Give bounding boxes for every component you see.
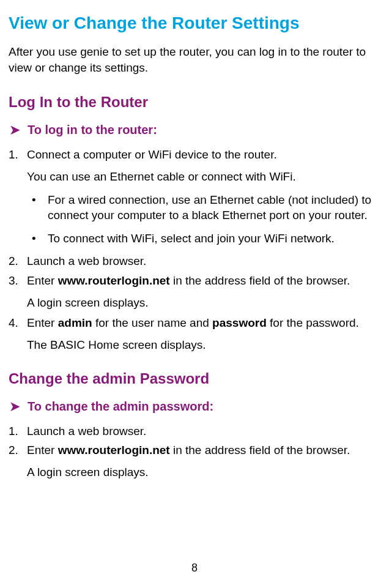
bullet-item: For a wired connection, use an Ethernet … bbox=[27, 192, 380, 223]
step-text: Connect a computer or WiFi device to the… bbox=[27, 147, 380, 163]
step-4: Enter admin for the user name and passwo… bbox=[9, 315, 380, 352]
bullet-item: To connect with WiFi, select and join yo… bbox=[27, 231, 380, 247]
step-text: Launch a web browser. bbox=[27, 423, 380, 439]
step-2: Launch a web browser. bbox=[9, 253, 380, 269]
step-note: You can use an Ethernet cable or connect… bbox=[27, 169, 380, 185]
sub-bullets: For a wired connection, use an Ethernet … bbox=[27, 192, 380, 247]
steps-change-pw: Launch a web browser. Enter www.routerlo… bbox=[9, 423, 380, 480]
step-3: Enter www.routerlogin.net in the address… bbox=[9, 273, 380, 310]
chevron-right-icon: ➤ bbox=[10, 400, 20, 412]
step-note: A login screen displays. bbox=[27, 295, 380, 311]
procedure-heading-login: ➤ To log in to the router: bbox=[10, 123, 380, 137]
page-title: View or Change the Router Settings bbox=[9, 13, 380, 33]
step-1: Connect a computer or WiFi device to the… bbox=[9, 147, 380, 246]
step-text: Enter www.routerlogin.net in the address… bbox=[27, 273, 380, 289]
step-1: Launch a web browser. bbox=[9, 423, 380, 439]
step-note: The BASIC Home screen displays. bbox=[27, 337, 380, 353]
procedure-heading-text: To log in to the router: bbox=[28, 123, 157, 137]
step-text: Enter www.routerlogin.net in the address… bbox=[27, 442, 380, 458]
intro-paragraph: After you use genie to set up the router… bbox=[9, 44, 380, 75]
section-heading-change-pw: Change the admin Password bbox=[9, 370, 380, 387]
section-heading-login: Log In to the Router bbox=[9, 94, 380, 111]
step-2: Enter www.routerlogin.net in the address… bbox=[9, 442, 380, 480]
chevron-right-icon: ➤ bbox=[10, 124, 20, 136]
procedure-heading-change-pw: ➤ To change the admin password: bbox=[10, 400, 380, 414]
page-number: 8 bbox=[0, 562, 389, 575]
procedure-heading-text: To change the admin password: bbox=[28, 400, 213, 414]
step-text: Launch a web browser. bbox=[27, 253, 380, 269]
step-note: A login screen displays. bbox=[27, 464, 380, 480]
step-text: Enter admin for the user name and passwo… bbox=[27, 315, 380, 331]
steps-login: Connect a computer or WiFi device to the… bbox=[9, 147, 380, 352]
